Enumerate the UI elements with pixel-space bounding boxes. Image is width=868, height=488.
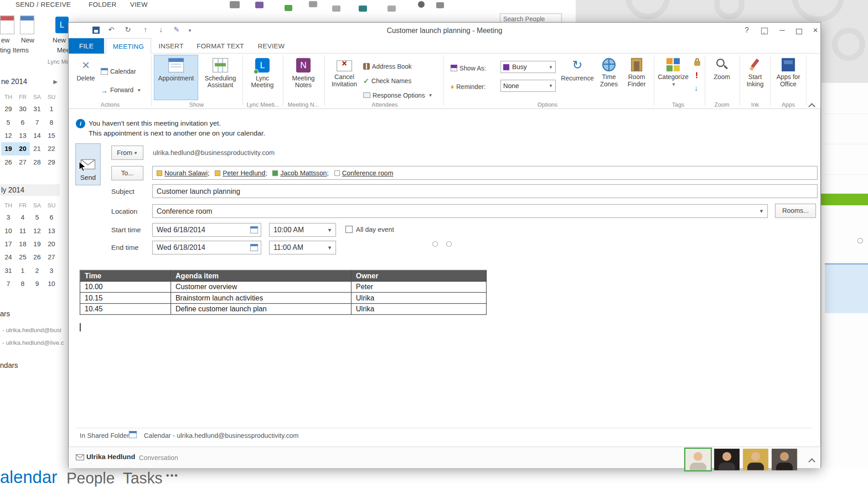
agenda-cell[interactable]: Brainstorm launch activities (171, 292, 351, 303)
calendar-day[interactable]: 14 (30, 129, 44, 142)
background-ribbon-icon[interactable] (230, 1, 240, 8)
low-importance-button[interactable]: ↓ (694, 84, 698, 93)
date-picker-icon[interactable] (250, 226, 258, 234)
calendar-day[interactable]: 4 (15, 211, 30, 224)
title-bar[interactable]: ↶ ↻ ↑ ↓ ✎ ▾ Customer launch planning - M… (69, 23, 821, 38)
recipient-chip[interactable]: Jacob Mattsson; (273, 169, 329, 177)
chevron-down-icon[interactable]: ▼ (327, 227, 332, 233)
end-date-field[interactable]: Wed 6/18/2014 (152, 241, 261, 255)
scheduling-assistant-button[interactable]: Scheduling Assistant (200, 55, 240, 100)
calendar-day[interactable]: 12 (30, 224, 44, 237)
calendar-day[interactable]: 26 (1, 155, 15, 169)
calendar-day[interactable]: 29 (44, 155, 59, 169)
subject-field[interactable]: Customer launch planning (152, 184, 818, 198)
calendar-day[interactable]: 5 (30, 211, 44, 224)
check-names-button[interactable]: ✓ Check Names (363, 76, 411, 86)
response-options-button[interactable]: Response Options ▼ (363, 90, 433, 100)
calendar-day[interactable]: 18 (15, 237, 30, 250)
tab-format-text[interactable]: FORMAT TEXT (191, 38, 250, 53)
meeting-notes-button[interactable]: N Meeting Notes (286, 55, 321, 100)
calendar-day[interactable]: 31 (1, 264, 15, 277)
tab-view[interactable]: VIEW (130, 0, 148, 10)
lync-meeting-button[interactable]: L Lync Meeting (245, 55, 280, 100)
nav-people[interactable]: People (66, 470, 115, 488)
copy-to-calendar-button[interactable]: Calendar (101, 66, 136, 76)
calendar-day[interactable]: 3 (1, 211, 15, 224)
calendar-day[interactable]: 2 (30, 264, 44, 277)
from-button[interactable]: From ▼ (111, 145, 143, 160)
nav-tasks[interactable]: Tasks (123, 470, 163, 488)
calendar-day[interactable]: 15 (44, 129, 59, 142)
end-time-combo[interactable]: 11:00 AM ▼ (269, 241, 336, 255)
agenda-cell[interactable]: Define customer launch plan (171, 304, 351, 314)
recipient-name[interactable]: Conference room (342, 169, 394, 177)
start-time-combo[interactable]: 10:00 AM ▼ (269, 223, 336, 237)
calendar-time-block[interactable] (825, 263, 868, 313)
calendar-day[interactable]: 28 (30, 155, 44, 169)
background-ribbon-icon[interactable] (255, 2, 263, 9)
people-pane-collapse-button[interactable] (809, 456, 814, 466)
calendar-day[interactable]: 12 (1, 129, 15, 142)
calendar-account[interactable]: - ulrika.hedlund@busi (2, 326, 61, 333)
agenda-cell[interactable]: Ulrika (351, 292, 486, 303)
calendar-day[interactable]: 26 (30, 251, 44, 264)
minimize-button[interactable]: ─ (775, 25, 789, 36)
calendar-day[interactable]: 5 (1, 116, 15, 129)
tab-file[interactable]: FILE (69, 38, 104, 53)
calendar-day[interactable]: 8 (15, 277, 30, 290)
start-inking-button[interactable]: Start Inking (742, 55, 769, 100)
tab-send-receive[interactable]: SEND / RECEIVE (15, 0, 71, 10)
pin-button[interactable]: ↑ (757, 25, 772, 36)
agenda-cell[interactable]: Customer overview (171, 282, 351, 292)
new-items-label[interactable]: ting Items (0, 47, 29, 54)
to-button[interactable]: To... (111, 166, 143, 180)
maximize-button[interactable] (792, 25, 806, 36)
calendar-day[interactable]: 19 (1, 142, 15, 155)
nav-calendar[interactable]: alendar (0, 468, 57, 488)
recipient-chip[interactable]: Conference room (334, 169, 393, 177)
calendar-day[interactable]: 21 (30, 142, 44, 155)
new-meeting-icon[interactable] (20, 15, 34, 34)
background-ribbon-icon[interactable] (436, 2, 444, 8)
calendar-day[interactable]: 1 (15, 264, 30, 277)
new-button-label[interactable]: ew (1, 37, 9, 44)
tab-meeting[interactable]: MEETING (106, 38, 151, 54)
recipient-name[interactable]: Jacob Mattsson; (280, 169, 329, 177)
attendee-photo-4[interactable] (772, 449, 797, 470)
background-ribbon-icon[interactable] (309, 1, 317, 7)
tab-folder[interactable]: FOLDER (89, 0, 117, 10)
to-field[interactable]: Nourah Salawi; Peter Hedlund; Jacob Matt… (152, 166, 818, 180)
calendar-day[interactable]: 13 (44, 224, 59, 237)
attendee-photo-3[interactable] (743, 449, 768, 470)
cancel-invitation-button[interactable]: × Cancel Invitation (327, 55, 362, 100)
agenda-cell[interactable]: Peter (351, 282, 486, 292)
background-ribbon-icon[interactable] (284, 5, 292, 11)
calendar-day[interactable]: 29 (1, 103, 15, 116)
calendar-day[interactable]: 7 (30, 116, 44, 129)
all-day-label[interactable]: All day event (356, 226, 394, 234)
calendar-day[interactable]: 24 (1, 251, 15, 264)
agenda-row[interactable]: 10.45 Define customer launch plan Ulrika (80, 304, 486, 314)
reminder-combo[interactable]: None ▼ (500, 80, 556, 92)
room-finder-button[interactable]: Room Finder (623, 55, 650, 100)
help-button[interactable]: ? (740, 25, 754, 36)
recipient-name[interactable]: Peter Hedlund; (223, 169, 267, 177)
private-button[interactable] (694, 58, 700, 68)
show-as-combo[interactable]: Busy ▼ (500, 61, 556, 73)
categorize-button[interactable]: Categorize ▼ (656, 55, 689, 100)
new-lync-meeting-icon[interactable]: L (55, 17, 68, 33)
people-pane-name[interactable]: Ulrika Hedlund (86, 453, 135, 461)
calendar-day[interactable]: 20 (44, 237, 59, 250)
tab-review[interactable]: REVIEW (251, 38, 291, 53)
date-picker-icon[interactable] (250, 244, 258, 251)
attendee-photo-2[interactable] (714, 449, 740, 470)
recipient-chip[interactable]: Nourah Salawi; (157, 169, 210, 177)
attendee-photo-1[interactable] (685, 449, 711, 470)
high-importance-button[interactable]: ! (695, 70, 698, 80)
background-ribbon-icon[interactable] (359, 5, 367, 11)
calendar-day[interactable]: 6 (15, 116, 30, 129)
appointment-button[interactable]: Appointment (154, 55, 198, 100)
calendar-day[interactable]: 7 (1, 277, 15, 290)
address-book-button[interactable]: Address Book (363, 61, 411, 71)
calendar-day[interactable]: 9 (30, 277, 44, 290)
